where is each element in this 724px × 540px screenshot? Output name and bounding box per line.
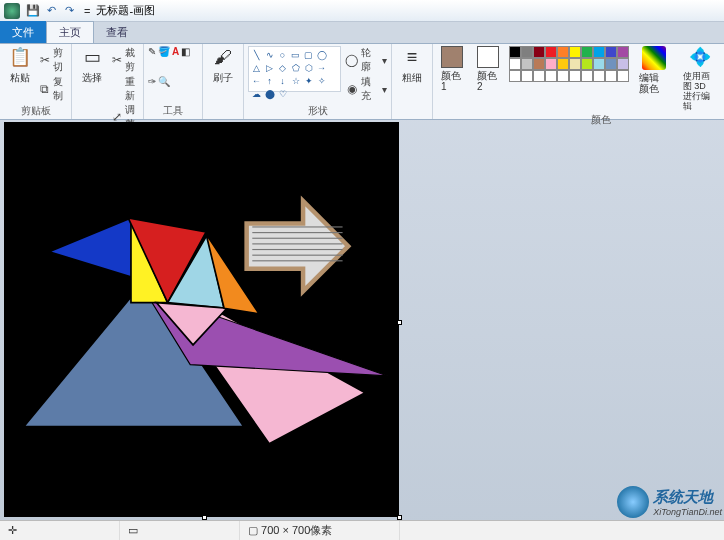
app-icon — [4, 3, 20, 19]
shapes-gallery[interactable]: ╲∿○▭▢◯△ ▷◇⬠⬡→←↑ ↓☆✦✧☁⬤♡ — [248, 46, 341, 92]
color-swatch[interactable] — [617, 58, 629, 70]
watermark-brand: 系统天地 — [653, 488, 713, 505]
undo-icon[interactable]: ↶ — [44, 4, 58, 18]
title-separator: = — [84, 5, 90, 17]
crosshair-icon: ✛ — [8, 524, 17, 537]
color2-button[interactable]: 颜色 2 — [477, 46, 499, 92]
svg-rect-11 — [252, 238, 342, 239]
select-label: 选择 — [82, 72, 102, 83]
color-swatch[interactable] — [617, 46, 629, 58]
svg-rect-14 — [252, 255, 342, 256]
title-bar: 💾 ↶ ↷ = 无标题 - 画图 — [0, 0, 724, 22]
select-icon: ▭ — [80, 46, 104, 70]
group-shapes: ╲∿○▭▢◯△ ▷◇⬠⬡→←↑ ↓☆✦✧☁⬤♡ ◯轮廓▾ ◉填充▾ 形状 — [244, 44, 392, 119]
color-swatch[interactable] — [593, 70, 605, 82]
color-swatch[interactable] — [521, 46, 533, 58]
color-swatch[interactable] — [605, 46, 617, 58]
color-swatch[interactable] — [533, 46, 545, 58]
group-tools-label: 工具 — [148, 103, 198, 119]
color-palette[interactable] — [509, 46, 629, 82]
color-swatch[interactable] — [557, 70, 569, 82]
color-swatch[interactable] — [533, 70, 545, 82]
tab-view[interactable]: 查看 — [94, 21, 140, 43]
group-brush: 🖌 刷子 — [203, 44, 244, 119]
cut-button[interactable]: ✂剪切 — [40, 46, 67, 74]
color-swatch[interactable] — [581, 70, 593, 82]
copy-button[interactable]: ⧉复制 — [40, 75, 67, 103]
color-swatch[interactable] — [569, 46, 581, 58]
color-swatch[interactable] — [569, 58, 581, 70]
group-tools: ✎ 🪣 A ◧ ✑ 🔍 工具 — [144, 44, 203, 119]
select-button[interactable]: ▭ 选择 — [80, 46, 104, 83]
canvas-area[interactable] — [4, 122, 399, 517]
picker-icon[interactable]: ✑ — [148, 76, 156, 87]
paste-icon: 📋 — [8, 46, 32, 70]
svg-rect-15 — [252, 260, 342, 261]
selection-icon: ▭ — [128, 524, 138, 537]
tab-file[interactable]: 文件 — [0, 21, 46, 43]
paste-button[interactable]: 📋 粘贴 — [8, 46, 32, 83]
group-image: ▭ 选择 ✂裁剪 ⤢重新调整大小 ⟳旋转 图像 — [72, 44, 144, 119]
group-clipboard: 📋 粘贴 ✂剪切 ⧉复制 剪贴板 — [0, 44, 72, 119]
crop-button[interactable]: ✂裁剪 — [112, 46, 139, 74]
status-sel: ▭ — [120, 521, 240, 540]
paint3d-button[interactable]: 💠 使用画图 3D 进行编辑 — [683, 46, 717, 112]
weight-button[interactable]: ≡ 粗细 — [400, 46, 424, 83]
color-swatch[interactable] — [593, 46, 605, 58]
svg-rect-9 — [252, 226, 342, 227]
color-swatch[interactable] — [509, 58, 521, 70]
outline-button[interactable]: ◯轮廓▾ — [345, 46, 387, 74]
brush-label: 刷子 — [213, 72, 233, 83]
color1-button[interactable]: 颜色 1 — [441, 46, 463, 92]
group-shapes-label: 形状 — [248, 103, 387, 119]
fill-icon[interactable]: 🪣 — [158, 46, 170, 57]
ribbon: 📋 粘贴 ✂剪切 ⧉复制 剪贴板 ▭ 选择 ✂裁剪 ⤢重新调整大小 ⟳旋转 图像 — [0, 44, 724, 120]
color-swatch[interactable] — [581, 58, 593, 70]
watermark: 系统天地 XiTongTianDi.net — [617, 486, 722, 518]
color-swatch[interactable] — [521, 58, 533, 70]
tab-home[interactable]: 主页 — [46, 21, 94, 43]
status-bar: ✛ ▭ ▢ 700 × 700像素 — [0, 520, 724, 540]
color-swatch[interactable] — [545, 58, 557, 70]
paint3d-icon: 💠 — [688, 46, 712, 70]
color-swatch[interactable] — [509, 46, 521, 58]
svg-rect-13 — [252, 249, 342, 250]
edit-colors-button[interactable]: 编辑颜色 — [639, 46, 669, 94]
pencil-icon[interactable]: ✎ — [148, 46, 156, 57]
edit-colors-icon — [642, 46, 666, 70]
fill-button[interactable]: ◉填充▾ — [345, 75, 387, 103]
color-swatch[interactable] — [557, 46, 569, 58]
color-swatch[interactable] — [533, 58, 545, 70]
resize-handle-e[interactable] — [397, 320, 402, 325]
canvas-drawing — [4, 122, 399, 517]
watermark-url: XiTongTianDi.net — [653, 507, 722, 517]
color-swatch[interactable] — [557, 58, 569, 70]
copy-icon: ⧉ — [40, 82, 50, 96]
color-swatch[interactable] — [545, 70, 557, 82]
color-swatch[interactable] — [581, 46, 593, 58]
color-swatch[interactable] — [593, 58, 605, 70]
fillshape-icon: ◉ — [345, 82, 358, 96]
eraser-icon[interactable]: ◧ — [181, 46, 190, 57]
redo-icon[interactable]: ↷ — [62, 4, 76, 18]
color-swatch[interactable] — [521, 70, 533, 82]
group-clipboard-label: 剪贴板 — [4, 103, 67, 119]
color-swatch[interactable] — [617, 70, 629, 82]
brush-button[interactable]: 🖌 刷子 — [211, 46, 235, 83]
color-swatch[interactable] — [545, 46, 557, 58]
svg-rect-10 — [252, 232, 342, 233]
status-pos: ✛ — [0, 521, 120, 540]
cut-icon: ✂ — [40, 53, 50, 67]
brush-icon: 🖌 — [211, 46, 235, 70]
text-icon[interactable]: A — [172, 46, 179, 57]
group-colors: 颜色 1 颜色 2 编辑颜色 💠 使用画图 3D 进行编辑 i 产品提醒 颜色 — [433, 44, 724, 119]
color-swatch[interactable] — [605, 70, 617, 82]
save-icon[interactable]: 💾 — [26, 4, 40, 18]
color-swatch[interactable] — [509, 70, 521, 82]
status-dims: ▢ 700 × 700像素 — [240, 521, 400, 540]
color-swatch[interactable] — [605, 58, 617, 70]
weight-icon: ≡ — [400, 46, 424, 70]
color-swatch[interactable] — [569, 70, 581, 82]
watermark-logo-icon — [617, 486, 649, 518]
zoom-icon[interactable]: 🔍 — [158, 76, 170, 87]
